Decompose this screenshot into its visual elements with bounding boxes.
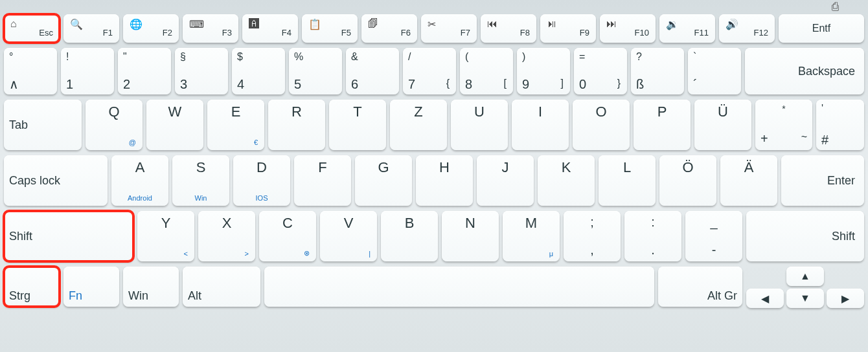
- key-f2[interactable]: 🌐 F2: [123, 14, 179, 43]
- key-m[interactable]: Mμ: [503, 211, 560, 261]
- key-z[interactable]: Z: [390, 100, 447, 150]
- key-f1[interactable]: 🔍 F1: [63, 14, 119, 43]
- key-alt: ~: [801, 131, 807, 146]
- volume-up-icon: 🔊: [725, 18, 738, 30]
- key-9[interactable]: )9]: [517, 48, 570, 94]
- key-oe[interactable]: Ö: [659, 155, 716, 206]
- key-f3[interactable]: ⌨ F3: [183, 14, 238, 43]
- key-f9[interactable]: ⏯ F9: [540, 14, 596, 43]
- key-t[interactable]: T: [329, 100, 386, 150]
- key-capslock[interactable]: Caps lock: [4, 155, 108, 206]
- key-arrow-up[interactable]: ▲: [786, 267, 824, 286]
- key-eszett[interactable]: ?ß: [631, 48, 684, 94]
- key-win[interactable]: Win: [123, 267, 179, 307]
- key-top: ): [522, 52, 565, 62]
- key-alt: [: [504, 78, 507, 89]
- key-letter: F: [299, 159, 346, 176]
- key-comma[interactable]: ;,: [564, 211, 621, 261]
- key-f7[interactable]: ✂ F7: [421, 14, 477, 43]
- key-p[interactable]: P: [634, 100, 691, 150]
- key-top: &: [351, 52, 394, 62]
- key-n[interactable]: N: [442, 211, 499, 261]
- arrow-cluster: ▲ ◀ ▼ ▶: [746, 267, 864, 308]
- key-label: F2: [163, 28, 172, 38]
- key-a[interactable]: AAndroid: [111, 155, 168, 206]
- key-2[interactable]: "2: [118, 48, 171, 94]
- key-f11[interactable]: 🔉 F11: [659, 14, 715, 43]
- key-label: F5: [341, 28, 351, 38]
- key-grave[interactable]: °∧: [4, 48, 57, 94]
- key-7[interactable]: /7{: [403, 48, 456, 94]
- key-backspace[interactable]: Backspace: [745, 48, 864, 94]
- key-u[interactable]: U: [451, 100, 508, 150]
- key-o[interactable]: O: [573, 100, 630, 150]
- key-letter: X: [203, 215, 250, 232]
- arrow-right-icon: ▶: [841, 292, 849, 305]
- key-x[interactable]: X>: [198, 211, 255, 261]
- key-f4[interactable]: 🅰 F4: [242, 14, 298, 43]
- key-0[interactable]: =0}: [574, 48, 627, 94]
- key-ae[interactable]: Ä: [720, 155, 777, 206]
- key-3[interactable]: §3: [175, 48, 228, 94]
- key-6[interactable]: &6: [346, 48, 399, 94]
- key-f6[interactable]: 🗐 F6: [361, 14, 417, 43]
- key-h[interactable]: H: [416, 155, 473, 206]
- key-ue[interactable]: Ü: [694, 100, 751, 150]
- key-enter[interactable]: Enter: [781, 155, 864, 206]
- key-4[interactable]: $4: [232, 48, 285, 94]
- key-top: $: [237, 52, 280, 62]
- key-fn[interactable]: Fn: [63, 267, 119, 307]
- key-s[interactable]: SWin: [172, 155, 229, 206]
- key-8[interactable]: (8[: [460, 48, 513, 94]
- key-entf[interactable]: Entf: [779, 14, 864, 43]
- key-j[interactable]: J: [477, 155, 534, 206]
- key-f[interactable]: F: [294, 155, 351, 206]
- key-1[interactable]: !1: [61, 48, 114, 94]
- key-accent[interactable]: `´: [688, 48, 741, 94]
- key-w[interactable]: W: [146, 100, 203, 150]
- key-hash[interactable]: '#: [816, 100, 864, 150]
- key-q[interactable]: Q@: [86, 100, 143, 150]
- key-k[interactable]: K: [538, 155, 595, 206]
- key-strg[interactable]: Strg: [4, 267, 60, 307]
- key-arrow-right[interactable]: ▶: [827, 289, 864, 308]
- key-e[interactable]: E€: [207, 100, 264, 150]
- key-shift-right[interactable]: Shift: [746, 211, 864, 261]
- key-i[interactable]: I: [512, 100, 569, 150]
- key-d[interactable]: DIOS: [233, 155, 290, 206]
- key-top: (: [465, 52, 508, 62]
- key-label: Enter: [827, 174, 855, 188]
- key-arrow-left[interactable]: ◀: [746, 289, 784, 308]
- key-bottom: 6: [351, 78, 394, 91]
- key-r[interactable]: R: [268, 100, 325, 150]
- key-letter: K: [543, 159, 589, 176]
- key-y[interactable]: Y<: [137, 211, 194, 261]
- key-l[interactable]: L: [599, 155, 656, 206]
- key-b[interactable]: B: [381, 211, 438, 261]
- key-v[interactable]: V|: [320, 211, 377, 261]
- row-asdf: Caps lock AAndroid SWin DIOS F G H J K L…: [4, 155, 864, 206]
- key-esc[interactable]: ⌂ Esc: [4, 14, 60, 43]
- key-dash[interactable]: _-: [685, 211, 742, 261]
- key-letter: Q: [91, 104, 137, 120]
- key-label: Strg: [9, 289, 54, 303]
- key-alt[interactable]: Alt: [183, 267, 260, 307]
- key-c[interactable]: C⊗: [259, 211, 316, 261]
- key-f8[interactable]: ⏮ F8: [481, 14, 536, 43]
- key-f10[interactable]: ⏭ F10: [600, 14, 656, 43]
- key-shift-left[interactable]: Shift: [4, 211, 133, 261]
- key-top: *: [760, 104, 807, 114]
- key-altgr[interactable]: Alt Gr: [658, 267, 742, 307]
- key-g[interactable]: G: [355, 155, 412, 206]
- key-alt: {: [446, 78, 450, 89]
- key-space[interactable]: [264, 267, 654, 307]
- key-f5[interactable]: 📋 F5: [302, 14, 358, 43]
- key-sub: >: [245, 250, 249, 258]
- key-f12[interactable]: 🔊 F12: [719, 14, 775, 43]
- key-tab[interactable]: Tab: [4, 100, 82, 150]
- key-label: Backspace: [798, 65, 855, 78]
- key-arrow-down[interactable]: ▼: [786, 289, 824, 308]
- key-plus[interactable]: * + ~: [755, 100, 812, 150]
- key-period[interactable]: :.: [624, 211, 681, 261]
- key-5[interactable]: %5: [289, 48, 342, 94]
